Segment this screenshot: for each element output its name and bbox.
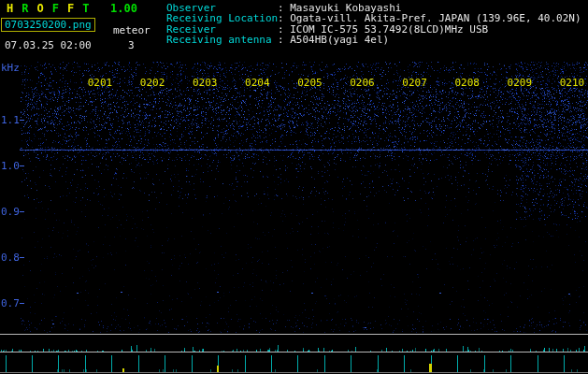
- station-info-label: Receiving antenna: [166, 35, 278, 45]
- app-title-letter: T: [82, 2, 89, 15]
- spectrogram-canvas: [0, 0, 588, 374]
- app-title-letter: F: [67, 2, 74, 15]
- freq-tick-label: 0.7: [1, 298, 20, 309]
- station-info-row: Receiving antenna: A504HB(yagi 4el): [166, 35, 581, 45]
- time-tick-label: 0202: [140, 78, 165, 88]
- time-tick-label: 0206: [350, 78, 375, 88]
- time-tick-label: 0203: [193, 78, 218, 88]
- freq-axis-unit: kHz: [1, 63, 20, 73]
- time-tick-label: 0210: [560, 78, 585, 88]
- freq-tick-label: 1.0: [1, 161, 20, 171]
- filename-label: 0703250200.png: [5, 19, 92, 31]
- station-info: Observer: Masayuki KobayashiReceiving Lo…: [166, 3, 581, 46]
- freq-tick-label: 0.8: [1, 252, 20, 263]
- station-info-value: : A504HB(yagi 4el): [278, 34, 389, 46]
- freq-tick-label: 1.1: [1, 115, 20, 125]
- time-tick-label: 0204: [245, 78, 270, 88]
- freq-tick-label: 0.9: [1, 207, 20, 217]
- time-tick-label: 0209: [508, 78, 533, 88]
- hrofft-window: HROFFT 1.00 0703250200.png meteor 07.03.…: [0, 0, 588, 374]
- time-tick-label: 0205: [297, 78, 323, 88]
- meteor-count-label: 3: [128, 40, 135, 50]
- app-title-letter: O: [36, 2, 43, 15]
- app-title-letter: H: [7, 2, 13, 15]
- time-tick-label: 0207: [402, 78, 427, 88]
- time-tick-label: 0208: [454, 78, 480, 88]
- app-version-label: 1.00: [110, 4, 137, 14]
- app-title-letter: F: [52, 2, 59, 15]
- app-title: HROFFT: [7, 4, 97, 14]
- app-title-letter: R: [22, 2, 28, 15]
- datetime-label: 07.03.25 02:00: [5, 40, 92, 50]
- filename-box: 0703250200.png: [1, 18, 95, 32]
- time-tick-label: 0201: [88, 78, 113, 88]
- mode-label: meteor: [113, 25, 151, 36]
